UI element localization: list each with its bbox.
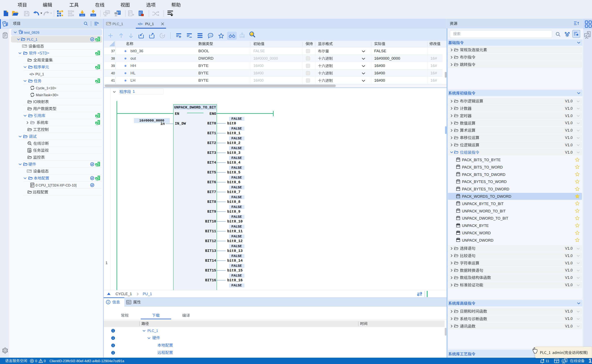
svg-text:1: 1: [161, 34, 163, 37]
svg-text:1100: 1100: [80, 14, 84, 16]
svg-text:1100: 1100: [91, 14, 95, 16]
